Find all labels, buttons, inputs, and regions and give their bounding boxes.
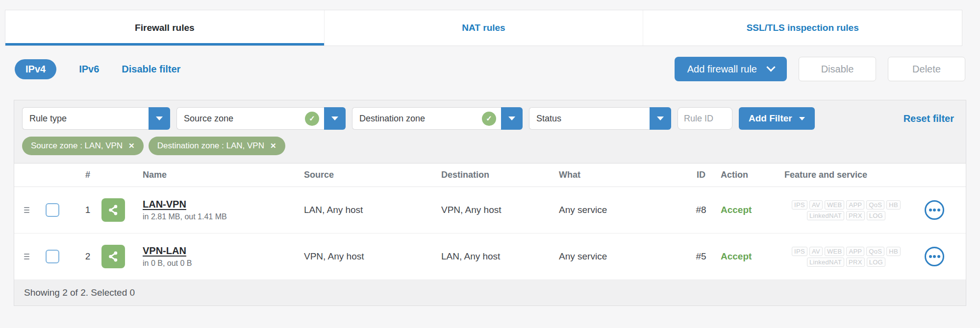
caret-down-button[interactable] <box>650 107 671 130</box>
share-network-icon <box>101 245 125 268</box>
table-header-row: #NameSourceDestinationWhatIDActionFeatur… <box>14 164 966 187</box>
cell <box>918 200 956 220</box>
filter-bar: Rule typeSource zone✓Destination zone✓St… <box>14 100 966 136</box>
row-number: 2 <box>74 251 101 262</box>
caret-down-icon <box>657 117 664 120</box>
tab-label: SSL/TLS inspection rules <box>747 23 859 33</box>
filter-dropdown-destination-zone[interactable]: Destination zone✓ <box>352 107 523 130</box>
rule-source: LAN, Any host <box>304 205 441 215</box>
toolbar-left: IPv4 IPv6 Disable filter <box>15 59 180 79</box>
reset-filter-link[interactable]: Reset filter <box>904 113 958 124</box>
disable-filter-link[interactable]: Disable filter <box>122 64 180 75</box>
dropdown-field: Rule type <box>22 107 149 130</box>
ipv6-toggle[interactable]: IPv6 <box>79 64 99 75</box>
column-header-what: What <box>559 170 681 180</box>
filter-chip-source-zone: Source zone : LAN, VPN✕ <box>22 137 144 155</box>
column-header-id: ID <box>681 170 721 180</box>
rules-panel: Rule typeSource zone✓Destination zone✓St… <box>14 100 966 306</box>
rule-traffic-stats: in 0 B, out 0 B <box>143 259 304 268</box>
filter-dropdown-source-zone[interactable]: Source zone✓ <box>176 107 346 130</box>
column-header-destination: Destination <box>441 170 559 180</box>
add-filter-button[interactable]: Add Filter <box>739 107 815 130</box>
rule-id: #8 <box>681 205 721 215</box>
caret-down-button[interactable] <box>324 107 346 130</box>
rule-destination: LAN, Any host <box>441 251 559 262</box>
feature-badge-prx: PRX <box>846 258 865 267</box>
rule-name-cell: VPN-LANin 0 B, out 0 B <box>143 245 304 268</box>
check-circle-icon: ✓ <box>482 112 496 126</box>
feature-badge-ips: IPS <box>792 247 807 256</box>
caret-down-button[interactable] <box>149 107 170 130</box>
feature-badge-log: LOG <box>867 211 885 220</box>
chip-label: Source zone : LAN, VPN <box>31 141 123 151</box>
drag-handle[interactable] <box>24 254 29 259</box>
rule-action-status: Accept <box>721 205 784 215</box>
feature-badge-qos: QoS <box>866 200 884 210</box>
caret-down-icon <box>156 117 163 120</box>
dropdown-label: Rule type <box>29 114 67 124</box>
check-circle-icon: ✓ <box>305 112 319 126</box>
table-footer: Showing 2 of 2. Selected 0 <box>14 280 966 305</box>
column-header-feature-and-service: Feature and service <box>784 170 918 180</box>
dropdown-label: Source zone <box>184 114 233 124</box>
toolbar-right: Add firewall rule Disable Delete <box>675 57 965 81</box>
cell <box>46 203 74 217</box>
close-icon[interactable]: ✕ <box>128 141 135 150</box>
dropdown-field: Status <box>529 107 650 130</box>
disable-button[interactable]: Disable <box>799 57 876 81</box>
share-network-icon <box>101 198 125 222</box>
rule-traffic-stats: in 2.81 MB, out 1.41 MB <box>143 212 304 221</box>
rule-name-cell: LAN-VPNin 2.81 MB, out 1.41 MB <box>143 199 304 221</box>
tab-nat-rules[interactable]: NAT rules <box>324 10 643 46</box>
filter-chip-destination-zone: Destination zone : LAN, VPN✕ <box>149 137 285 155</box>
tab-label: NAT rules <box>462 23 505 33</box>
row-number: 1 <box>74 205 101 215</box>
table-row: 1LAN-VPNin 2.81 MB, out 1.41 MBLAN, Any … <box>14 187 966 234</box>
cell <box>24 207 46 213</box>
cell <box>46 250 74 263</box>
feature-badge-log: LOG <box>867 258 885 267</box>
rule-service: Any service <box>559 205 681 215</box>
more-menu-button[interactable] <box>925 200 944 220</box>
dropdown-field: Destination zone✓ <box>352 107 501 130</box>
tab-firewall-rules[interactable]: Firewall rules <box>5 10 324 46</box>
feature-badge-ips: IPS <box>792 200 807 210</box>
filter-dropdown-rule-type[interactable]: Rule type <box>22 107 170 130</box>
caret-down-icon <box>799 117 805 120</box>
feature-badge-web: WEB <box>825 247 845 256</box>
rule-name-link[interactable]: VPN-LAN <box>143 245 186 257</box>
column-header-: # <box>74 170 101 180</box>
cell <box>101 245 143 268</box>
rule-id-input[interactable] <box>678 107 732 130</box>
cell <box>918 247 956 266</box>
ipv4-toggle[interactable]: IPv4 <box>15 59 56 79</box>
row-checkbox[interactable] <box>46 250 59 263</box>
add-firewall-rule-button[interactable]: Add firewall rule <box>675 57 787 81</box>
column-header-name: Name <box>143 170 304 180</box>
delete-button[interactable]: Delete <box>888 57 965 81</box>
table-body: 1LAN-VPNin 2.81 MB, out 1.41 MBLAN, Any … <box>14 187 966 280</box>
tab-ssl-tls-inspection-rules[interactable]: SSL/TLS inspection rules <box>643 10 962 46</box>
filter-dropdown-status[interactable]: Status <box>529 107 671 130</box>
active-filter-chips: Source zone : LAN, VPN✕Destination zone … <box>14 136 966 164</box>
feature-badge-app: APP <box>846 200 864 210</box>
feature-badges: IPSAVWEBAPPQoSHBLinkedNATPRXLOG <box>784 247 908 267</box>
add-firewall-rule-label: Add firewall rule <box>687 64 757 75</box>
close-icon[interactable]: ✕ <box>270 141 276 150</box>
column-header-source: Source <box>304 170 441 180</box>
caret-down-button[interactable] <box>501 107 523 130</box>
column-header-action: Action <box>721 170 784 180</box>
cell <box>24 254 46 259</box>
row-checkbox[interactable] <box>46 203 59 217</box>
firewall-rules-page: Firewall rulesNAT rulesSSL/TLS inspectio… <box>0 10 980 306</box>
tab-label: Firewall rules <box>135 23 194 33</box>
feature-badge-web: WEB <box>825 200 845 210</box>
rule-name-link[interactable]: LAN-VPN <box>143 199 186 210</box>
chip-label: Destination zone : LAN, VPN <box>157 141 264 151</box>
rule-destination: VPN, Any host <box>441 205 559 215</box>
feature-badge-linkednat: LinkedNAT <box>807 258 844 267</box>
tab-bar: Firewall rulesNAT rulesSSL/TLS inspectio… <box>5 10 962 46</box>
more-menu-button[interactable] <box>925 247 944 266</box>
drag-handle[interactable] <box>24 207 29 213</box>
table-row: 2VPN-LANin 0 B, out 0 BVPN, Any hostLAN,… <box>14 234 966 280</box>
